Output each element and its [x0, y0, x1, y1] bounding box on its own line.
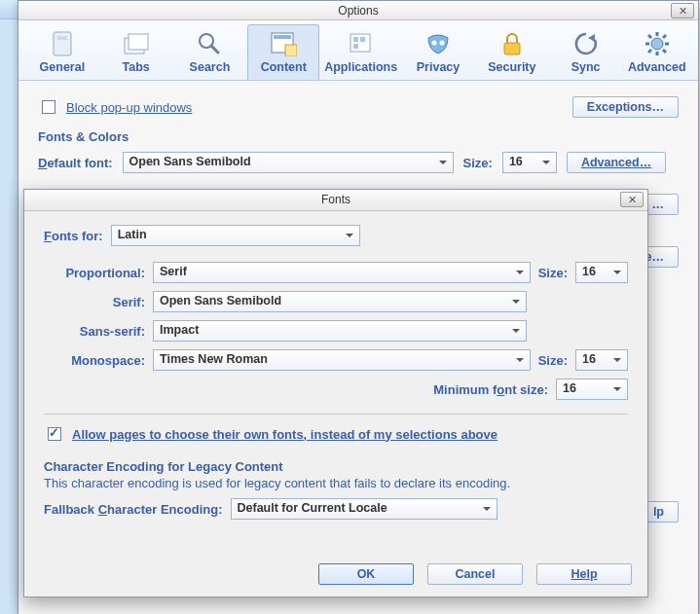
encoding-heading: Character Encoding for Legacy Content [44, 459, 628, 474]
svg-rect-3 [129, 34, 148, 50]
font-size-select[interactable]: 16 [502, 152, 557, 173]
tabs-icon [103, 29, 169, 58]
privacy-mask-icon [405, 29, 471, 58]
min-font-size-label: Minimum font size: [433, 382, 548, 397]
svg-rect-12 [353, 44, 358, 49]
tab-advanced[interactable]: Advanced [623, 24, 690, 80]
fonts-for-label: Fonts for: [44, 229, 103, 243]
monospace-size-label: Size: [538, 353, 568, 368]
proportional-label: Proportional: [44, 266, 145, 280]
options-category-toolbar: General Tabs Search Content Applications… [18, 20, 698, 81]
encoding-description: This character encoding is used for lega… [44, 476, 628, 490]
min-font-size-select[interactable]: 16 [556, 379, 628, 400]
svg-rect-7 [274, 35, 291, 39]
svg-rect-8 [285, 45, 297, 56]
monospace-size-select[interactable]: 16 [575, 349, 628, 371]
svg-point-17 [651, 38, 663, 50]
ok-button[interactable]: OK [318, 563, 414, 585]
fonts-dialog: Fonts ✕ Fonts for: Latin Proportional: S… [23, 189, 648, 597]
applications-icon [324, 29, 397, 58]
fonts-titlebar: Fonts ✕ [24, 190, 647, 211]
svg-rect-0 [54, 32, 71, 55]
fonts-pane: Fonts for: Latin Proportional: Serif Siz… [24, 211, 647, 541]
sans-serif-select[interactable]: Impact [153, 320, 527, 342]
proportional-size-label: Size: [538, 266, 568, 280]
svg-line-25 [648, 50, 651, 53]
fonts-title: Fonts [321, 193, 350, 206]
font-size-label: Size: [463, 156, 493, 170]
default-font-select[interactable]: Open Sans Semibold [123, 152, 454, 173]
allow-pages-fonts-checkbox[interactable] [48, 427, 61, 441]
tab-sync[interactable]: Sync [550, 24, 622, 80]
monospace-select[interactable]: Times New Roman [153, 349, 531, 371]
close-button[interactable]: ✕ [671, 3, 694, 18]
block-popups-label[interactable]: Block pop-up windows [66, 100, 192, 115]
fonts-for-select[interactable]: Latin [111, 225, 360, 246]
search-icon [177, 29, 243, 58]
divider [44, 414, 628, 415]
svg-line-23 [663, 50, 666, 53]
tab-privacy[interactable]: Privacy [402, 24, 474, 80]
options-title: Options [338, 4, 378, 18]
svg-rect-11 [360, 37, 365, 42]
security-lock-icon [479, 29, 545, 58]
monospace-label: Monospace: [44, 353, 145, 368]
svg-line-22 [648, 35, 651, 38]
svg-point-14 [440, 41, 445, 46]
svg-line-5 [211, 46, 218, 53]
cancel-button[interactable]: Cancel [427, 563, 523, 585]
tab-tabs[interactable]: Tabs [100, 24, 172, 80]
fallback-encoding-select[interactable]: Default for Current Locale [231, 498, 497, 520]
default-font-label: Default font: [38, 156, 113, 170]
sync-icon [553, 29, 619, 58]
tab-content[interactable]: Content [247, 24, 319, 80]
fonts-colors-heading: Fonts & Colors [38, 129, 679, 144]
fallback-encoding-label: Fallback Character Encoding: [44, 502, 223, 517]
svg-rect-9 [350, 34, 370, 52]
help-button[interactable]: Help [536, 563, 632, 585]
serif-label: Serif: [44, 295, 145, 309]
block-popups-checkbox[interactable] [42, 100, 55, 114]
popup-exceptions-button[interactable]: Exceptions… [572, 96, 679, 118]
svg-rect-15 [504, 43, 520, 54]
tab-applications[interactable]: Applications [321, 24, 400, 80]
fonts-dialog-actions: OK Cancel Help [318, 563, 632, 585]
sans-serif-label: Sans-serif: [44, 324, 145, 339]
svg-rect-1 [57, 36, 67, 40]
fonts-advanced-button[interactable]: Advanced… [567, 152, 666, 173]
proportional-select[interactable]: Serif [153, 262, 531, 283]
serif-select[interactable]: Open Sans Semibold [153, 291, 527, 312]
proportional-size-select[interactable]: 16 [575, 262, 628, 283]
general-icon [29, 29, 95, 58]
svg-line-24 [663, 35, 666, 38]
svg-point-13 [432, 41, 437, 46]
options-titlebar: Options ✕ [18, 1, 698, 20]
content-icon [250, 29, 316, 58]
advanced-gear-icon [626, 29, 687, 58]
fonts-close-button[interactable]: ✕ [620, 192, 644, 207]
allow-pages-fonts-label[interactable]: Allow pages to choose their own fonts, i… [72, 427, 497, 442]
tab-search[interactable]: Search [174, 24, 246, 80]
svg-rect-10 [353, 37, 358, 42]
tab-security[interactable]: Security [476, 24, 548, 80]
svg-marker-16 [588, 34, 595, 42]
tab-general[interactable]: General [26, 24, 98, 80]
